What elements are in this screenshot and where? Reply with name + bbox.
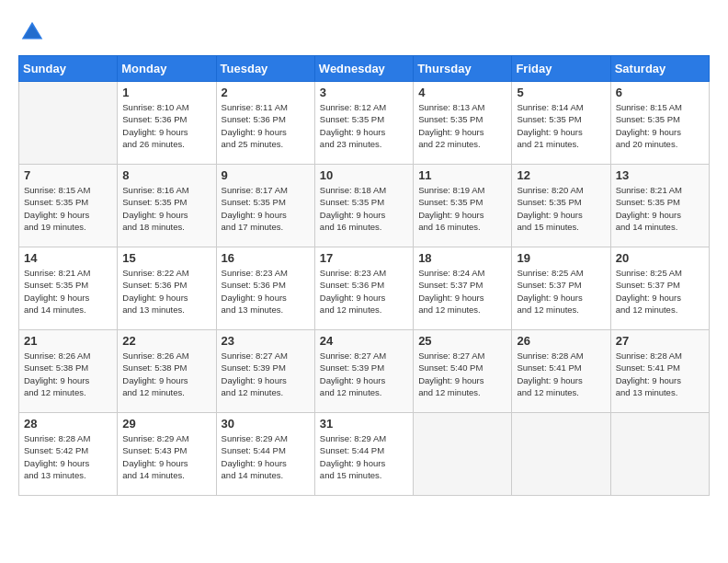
day-info: Sunrise: 8:16 AM Sunset: 5:35 PM Dayligh… xyxy=(122,184,210,233)
day-number: 17 xyxy=(320,251,408,265)
calendar-cell: 8Sunrise: 8:16 AM Sunset: 5:35 PM Daylig… xyxy=(118,165,216,247)
calendar-cell: 26Sunrise: 8:28 AM Sunset: 5:41 PM Dayli… xyxy=(512,330,610,413)
calendar-cell: 2Sunrise: 8:11 AM Sunset: 5:36 PM Daylig… xyxy=(216,82,314,165)
calendar-cell: 10Sunrise: 8:18 AM Sunset: 5:35 PM Dayli… xyxy=(314,165,413,247)
day-info: Sunrise: 8:13 AM Sunset: 5:35 PM Dayligh… xyxy=(418,101,506,150)
day-number: 7 xyxy=(24,168,112,182)
day-number: 25 xyxy=(418,334,506,348)
day-number: 6 xyxy=(616,86,704,99)
day-info: Sunrise: 8:21 AM Sunset: 5:35 PM Dayligh… xyxy=(24,267,112,316)
day-number: 22 xyxy=(122,334,210,348)
day-number: 13 xyxy=(616,168,704,182)
day-number: 24 xyxy=(320,334,408,348)
calendar-week-row: 28Sunrise: 8:28 AM Sunset: 5:42 PM Dayli… xyxy=(19,413,710,496)
day-number: 20 xyxy=(616,251,704,265)
day-info: Sunrise: 8:23 AM Sunset: 5:36 PM Dayligh… xyxy=(320,267,408,316)
day-number: 21 xyxy=(24,334,112,348)
calendar-cell: 28Sunrise: 8:28 AM Sunset: 5:42 PM Dayli… xyxy=(19,413,118,496)
day-info: Sunrise: 8:15 AM Sunset: 5:35 PM Dayligh… xyxy=(24,184,112,233)
calendar-cell: 31Sunrise: 8:29 AM Sunset: 5:44 PM Dayli… xyxy=(314,413,413,496)
weekday-header: Tuesday xyxy=(216,56,314,82)
calendar-cell: 14Sunrise: 8:21 AM Sunset: 5:35 PM Dayli… xyxy=(19,247,118,330)
day-number: 27 xyxy=(616,334,704,348)
calendar-cell: 3Sunrise: 8:12 AM Sunset: 5:35 PM Daylig… xyxy=(314,82,413,165)
calendar-cell: 29Sunrise: 8:29 AM Sunset: 5:43 PM Dayli… xyxy=(118,413,216,496)
calendar: SundayMondayTuesdayWednesdayThursdayFrid… xyxy=(18,55,710,496)
calendar-header-row: SundayMondayTuesdayWednesdayThursdayFrid… xyxy=(19,56,710,82)
day-info: Sunrise: 8:11 AM Sunset: 5:36 PM Dayligh… xyxy=(222,101,310,150)
calendar-cell: 5Sunrise: 8:14 AM Sunset: 5:35 PM Daylig… xyxy=(512,82,610,165)
day-number: 23 xyxy=(222,334,310,348)
header xyxy=(18,18,710,46)
day-info: Sunrise: 8:15 AM Sunset: 5:35 PM Dayligh… xyxy=(616,101,704,150)
calendar-cell: 19Sunrise: 8:25 AM Sunset: 5:37 PM Dayli… xyxy=(512,247,610,330)
day-info: Sunrise: 8:26 AM Sunset: 5:38 PM Dayligh… xyxy=(24,350,112,398)
calendar-cell: 7Sunrise: 8:15 AM Sunset: 5:35 PM Daylig… xyxy=(19,165,118,247)
day-number: 9 xyxy=(222,168,310,182)
day-number: 15 xyxy=(122,251,210,265)
calendar-cell: 16Sunrise: 8:23 AM Sunset: 5:36 PM Dayli… xyxy=(216,247,314,330)
calendar-cell: 1Sunrise: 8:10 AM Sunset: 5:36 PM Daylig… xyxy=(118,82,216,165)
day-number: 18 xyxy=(418,251,506,265)
day-number: 4 xyxy=(418,86,506,99)
calendar-cell xyxy=(414,413,512,496)
day-number: 16 xyxy=(222,251,310,265)
day-info: Sunrise: 8:14 AM Sunset: 5:35 PM Dayligh… xyxy=(517,101,605,150)
day-info: Sunrise: 8:25 AM Sunset: 5:37 PM Dayligh… xyxy=(517,267,605,316)
day-number: 14 xyxy=(24,251,112,265)
day-info: Sunrise: 8:24 AM Sunset: 5:37 PM Dayligh… xyxy=(418,267,506,316)
calendar-cell: 18Sunrise: 8:24 AM Sunset: 5:37 PM Dayli… xyxy=(414,247,512,330)
day-info: Sunrise: 8:17 AM Sunset: 5:35 PM Dayligh… xyxy=(222,184,310,233)
day-info: Sunrise: 8:28 AM Sunset: 5:41 PM Dayligh… xyxy=(616,350,704,398)
day-info: Sunrise: 8:29 AM Sunset: 5:43 PM Dayligh… xyxy=(122,432,210,481)
calendar-cell: 27Sunrise: 8:28 AM Sunset: 5:41 PM Dayli… xyxy=(610,330,709,413)
day-number: 30 xyxy=(222,417,310,431)
day-number: 3 xyxy=(320,86,408,99)
day-number: 5 xyxy=(517,86,605,99)
calendar-cell: 6Sunrise: 8:15 AM Sunset: 5:35 PM Daylig… xyxy=(610,82,709,165)
calendar-cell: 13Sunrise: 8:21 AM Sunset: 5:35 PM Dayli… xyxy=(610,165,709,247)
calendar-cell: 25Sunrise: 8:27 AM Sunset: 5:40 PM Dayli… xyxy=(414,330,512,413)
day-info: Sunrise: 8:27 AM Sunset: 5:40 PM Dayligh… xyxy=(418,350,506,398)
calendar-cell: 17Sunrise: 8:23 AM Sunset: 5:36 PM Dayli… xyxy=(314,247,413,330)
day-number: 8 xyxy=(122,168,210,182)
day-number: 28 xyxy=(24,417,112,431)
calendar-cell: 24Sunrise: 8:27 AM Sunset: 5:39 PM Dayli… xyxy=(314,330,413,413)
calendar-cell xyxy=(19,82,118,165)
calendar-cell xyxy=(512,413,610,496)
day-info: Sunrise: 8:21 AM Sunset: 5:35 PM Dayligh… xyxy=(616,184,704,233)
calendar-cell: 12Sunrise: 8:20 AM Sunset: 5:35 PM Dayli… xyxy=(512,165,610,247)
day-info: Sunrise: 8:19 AM Sunset: 5:35 PM Dayligh… xyxy=(418,184,506,233)
calendar-cell: 15Sunrise: 8:22 AM Sunset: 5:36 PM Dayli… xyxy=(118,247,216,330)
weekday-header: Wednesday xyxy=(314,56,413,82)
day-number: 19 xyxy=(517,251,605,265)
calendar-week-row: 14Sunrise: 8:21 AM Sunset: 5:35 PM Dayli… xyxy=(19,247,710,330)
calendar-cell: 11Sunrise: 8:19 AM Sunset: 5:35 PM Dayli… xyxy=(414,165,512,247)
calendar-cell: 20Sunrise: 8:25 AM Sunset: 5:37 PM Dayli… xyxy=(610,247,709,330)
day-info: Sunrise: 8:20 AM Sunset: 5:35 PM Dayligh… xyxy=(517,184,605,233)
calendar-cell: 22Sunrise: 8:26 AM Sunset: 5:38 PM Dayli… xyxy=(118,330,216,413)
day-info: Sunrise: 8:22 AM Sunset: 5:36 PM Dayligh… xyxy=(122,267,210,316)
weekday-header: Monday xyxy=(118,56,216,82)
calendar-week-row: 7Sunrise: 8:15 AM Sunset: 5:35 PM Daylig… xyxy=(19,165,710,247)
day-number: 12 xyxy=(517,168,605,182)
weekday-header: Thursday xyxy=(414,56,512,82)
day-info: Sunrise: 8:29 AM Sunset: 5:44 PM Dayligh… xyxy=(320,432,408,481)
day-info: Sunrise: 8:12 AM Sunset: 5:35 PM Dayligh… xyxy=(320,101,408,150)
day-info: Sunrise: 8:28 AM Sunset: 5:42 PM Dayligh… xyxy=(24,432,112,481)
day-number: 31 xyxy=(320,417,408,431)
day-info: Sunrise: 8:28 AM Sunset: 5:41 PM Dayligh… xyxy=(517,350,605,398)
calendar-cell: 4Sunrise: 8:13 AM Sunset: 5:35 PM Daylig… xyxy=(414,82,512,165)
calendar-cell: 21Sunrise: 8:26 AM Sunset: 5:38 PM Dayli… xyxy=(19,330,118,413)
calendar-cell: 9Sunrise: 8:17 AM Sunset: 5:35 PM Daylig… xyxy=(216,165,314,247)
logo-icon xyxy=(18,18,46,46)
day-number: 10 xyxy=(320,168,408,182)
calendar-cell xyxy=(610,413,709,496)
day-info: Sunrise: 8:29 AM Sunset: 5:44 PM Dayligh… xyxy=(222,432,310,481)
calendar-week-row: 1Sunrise: 8:10 AM Sunset: 5:36 PM Daylig… xyxy=(19,82,710,165)
calendar-cell: 23Sunrise: 8:27 AM Sunset: 5:39 PM Dayli… xyxy=(216,330,314,413)
day-info: Sunrise: 8:26 AM Sunset: 5:38 PM Dayligh… xyxy=(122,350,210,398)
day-info: Sunrise: 8:18 AM Sunset: 5:35 PM Dayligh… xyxy=(320,184,408,233)
day-info: Sunrise: 8:23 AM Sunset: 5:36 PM Dayligh… xyxy=(222,267,310,316)
calendar-week-row: 21Sunrise: 8:26 AM Sunset: 5:38 PM Dayli… xyxy=(19,330,710,413)
